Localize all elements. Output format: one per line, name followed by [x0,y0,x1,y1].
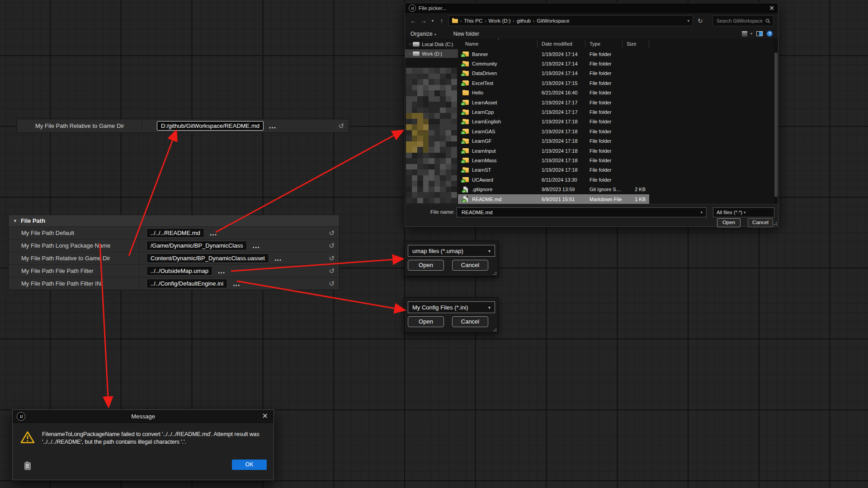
ellipsis-browse-button[interactable]: ... [233,280,240,288]
up-icon[interactable]: ↑ [438,17,445,24]
path-text-field[interactable]: ../../OutsideMap.umap [146,266,212,276]
title-bar[interactable]: Message ✕ [13,410,274,423]
path-text-field[interactable]: Content/Dynamic/BP_DynamicClass.uasset [146,253,269,263]
ellipsis-browse-button[interactable]: ... [210,229,217,237]
view-mode-button[interactable]: ▾ [742,31,752,36]
file-date: 1/19/2024 17:18 [538,167,585,173]
property-value-area: ../../OutsideMap.umap... [139,265,339,277]
file-row-learnmass[interactable]: LearnMass1/19/2024 17:18File folder [458,155,649,165]
file-row-learngas[interactable]: LearnGAS1/19/2024 17:18File folder [458,127,649,136]
file-path-section: ▼ File Path My File Path Default../../..… [8,215,340,290]
file-name-input[interactable] [461,209,700,216]
property-row-relative-to-game-dir: My File Path Relative to Game Dir D:/git… [17,119,349,133]
help-icon[interactable] [767,31,773,37]
search-box[interactable] [712,15,774,26]
history-chevron-icon[interactable]: ▾ [430,19,435,23]
file-row-banner[interactable]: Banner1/19/2024 17:14File folder [458,49,649,59]
open-button[interactable]: Open [408,316,444,327]
chevron-right-icon[interactable]: › [409,42,410,47]
file-row-learninput[interactable]: LearnInput1/19/2024 17:18File folder [458,146,649,155]
breadcrumb-item-this-pc[interactable]: This PC [463,18,483,23]
umap-filter-dialog: umap files (*.umap) ▾ Open Cancel [404,241,498,277]
folder-icon [462,177,469,182]
reset-to-default-icon[interactable]: ↺ [329,229,335,237]
column-header-date-modified[interactable]: Date modified [538,40,585,47]
resize-grip[interactable] [492,327,496,331]
new-folder-button[interactable]: New folder [453,31,479,37]
ellipsis-browse-button[interactable]: ... [269,122,276,130]
file-row-exceltest[interactable]: ExcelTest1/19/2024 17:15File folder [458,78,649,88]
search-input[interactable] [716,18,765,24]
scrollbar-thumb[interactable] [774,52,778,197]
file-row-gitignore[interactable]: .gitignore9/8/2023 13:59Git Ignore Sourc… [458,184,649,194]
reset-to-default-icon[interactable]: ↺ [329,254,335,263]
chevron-down-icon[interactable]: ▾ [700,210,703,215]
chevron-right-icon[interactable]: › [409,51,410,56]
copy-to-clipboard-icon[interactable] [24,462,31,470]
ellipsis-browse-button[interactable]: ... [252,242,259,250]
ellipsis-browse-button[interactable]: ... [218,267,225,275]
breadcrumb-separator: › [459,19,463,23]
open-button[interactable]: Open [717,218,741,227]
close-icon[interactable]: ✕ [262,413,268,420]
file-row-learngf[interactable]: LearnGF1/19/2024 17:18File folder [458,136,649,146]
resize-grip[interactable] [492,271,496,275]
file-row-community[interactable]: Community1/19/2024 17:14File folder [458,59,649,68]
tree-item-local-disk-c[interactable]: ›Local Disk (C:) [405,40,458,48]
address-dropdown-icon[interactable]: ▾ [687,19,689,23]
breadcrumb-item-work-d[interactable]: Work (D:) [488,18,512,23]
file-name: DataDriven [472,70,497,76]
breadcrumb-item-gitworkspace[interactable]: GitWorkspace [536,18,571,23]
collapse-triangle-icon[interactable]: ▼ [13,219,17,223]
file-type-select[interactable]: All files (*.*) ▾ [713,207,774,217]
file-filter-select[interactable]: My Config Files (*.ini) ▾ [408,301,495,313]
title-bar[interactable]: File picker... ✕ [405,3,778,13]
message-dialog: Message ✕ FilenameToLongPackageName fail… [12,409,274,480]
file-type: Markdown File [585,197,623,202]
address-bar[interactable]: ›This PC›Work (D:)›github›GitWorkspace ▾ [448,15,693,26]
forward-icon[interactable]: → [420,17,427,24]
ok-button[interactable]: OK [232,460,267,470]
path-text-field[interactable]: D:/github/GitWorkspace/README.md [157,121,264,131]
file-row-learncpp[interactable]: LearnCpp1/19/2024 17:17File folder [458,107,649,117]
vertical-scrollbar[interactable] [774,39,778,204]
back-icon[interactable]: ← [410,17,417,24]
folder-icon [462,100,469,105]
preview-pane-icon[interactable] [756,31,763,36]
command-toolbar: Organize▾ New folder ▾ [405,28,778,39]
cancel-button[interactable]: Cancel [452,260,488,271]
resize-grip[interactable] [773,221,777,225]
file-row-learnasset[interactable]: LearnAsset1/19/2024 17:17File folder [458,98,649,107]
file-filter-select[interactable]: umap files (*.umap) ▾ [408,245,495,257]
file-name-combo[interactable]: ▾ [457,207,707,217]
refresh-icon[interactable]: ↻ [698,17,703,24]
column-header-type[interactable]: Type [585,40,623,47]
section-header[interactable]: ▼ File Path [9,215,339,226]
organize-menu[interactable]: Organize▾ [410,31,436,37]
path-text-field[interactable]: ../../../README.md [146,228,204,238]
folder-icon [462,61,469,66]
cancel-button[interactable]: Cancel [748,218,773,227]
filter-value: My Config Files (*.ini) [412,304,468,311]
reset-to-default-icon[interactable]: ↺ [329,242,335,250]
file-row-learnenglish[interactable]: LearnEnglish1/19/2024 17:18File folder [458,117,649,127]
ellipsis-browse-button[interactable]: ... [274,254,282,263]
reset-to-default-icon[interactable]: ↺ [329,280,335,288]
breadcrumb-item-github[interactable]: github [516,18,532,23]
chevron-down-icon: ▾ [488,249,491,253]
file-row-datadriven[interactable]: DataDriven1/19/2024 17:14File folder [458,69,649,78]
file-row-readme-md[interactable]: README.md6/9/2021 15:51Markdown File1 KB [458,194,649,204]
open-button[interactable]: Open [408,260,444,271]
property-label: My File Path File Path Filter INI [9,280,139,287]
column-header-size[interactable]: Size [623,40,649,47]
file-row-learnst[interactable]: LearnST1/19/2024 17:18File folder [458,165,649,175]
reset-to-default-icon[interactable]: ↺ [329,267,335,275]
file-row-ucaward[interactable]: UCAward6/11/2024 13:30File folder [458,175,649,184]
close-icon[interactable]: ✕ [769,5,774,11]
cancel-button[interactable]: Cancel [452,316,488,327]
tree-item-work-d[interactable]: ›Work (D:) [405,49,458,58]
reset-to-default-icon[interactable]: ↺ [338,122,344,130]
file-row-hello[interactable]: Hello6/21/2024 16:40File folder [458,88,649,98]
path-text-field[interactable]: ../../Config/DefaultEngine.ini [146,279,227,288]
path-text-field[interactable]: /Game/Dynamic/BP_DynamicClass [146,241,247,250]
